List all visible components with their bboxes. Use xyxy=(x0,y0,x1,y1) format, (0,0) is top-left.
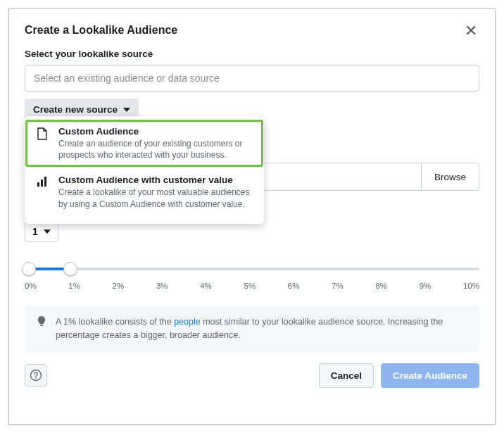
tick: 4% xyxy=(200,282,212,290)
tick: 0% xyxy=(25,282,37,290)
bar-chart-icon xyxy=(34,175,50,209)
slider-ticks: 0% 1% 2% 3% 4% 5% 6% 7% 8% 9% 10% xyxy=(25,282,479,290)
slider-thumb-min[interactable] xyxy=(22,262,36,276)
cancel-button[interactable]: Cancel xyxy=(319,363,374,388)
tick: 10% xyxy=(463,282,479,290)
tip-text: A 1% lookalike consists of the people mo… xyxy=(56,315,468,342)
create-new-source-label: Create new source xyxy=(33,104,118,115)
num-audiences-select[interactable]: 1 xyxy=(25,221,58,242)
tick: 5% xyxy=(244,282,256,290)
tick: 6% xyxy=(288,282,300,290)
document-icon xyxy=(34,126,50,161)
slider-thumb-max[interactable] xyxy=(63,262,77,276)
lookalike-dialog: Create a Lookalike Audience ✕ Select you… xyxy=(8,8,496,425)
menu-item-custom-audience-value[interactable]: Custom Audience with customer value Crea… xyxy=(25,168,264,216)
browse-button[interactable]: Browse xyxy=(421,163,479,190)
svg-point-5 xyxy=(35,377,37,379)
svg-rect-0 xyxy=(37,182,39,187)
tip-box: A 1% lookalike consists of the people mo… xyxy=(25,306,479,352)
create-audience-button[interactable]: Create Audience xyxy=(381,363,479,388)
caret-down-icon xyxy=(123,108,130,112)
svg-rect-2 xyxy=(44,177,46,187)
dialog-header: Create a Lookalike Audience ✕ xyxy=(25,22,479,39)
tip-people-link[interactable]: people xyxy=(174,317,201,327)
source-section-label: Select your lookalike source xyxy=(25,49,479,59)
audience-size-slider[interactable]: 0% 1% 2% 3% 4% 5% 6% 7% 8% 9% 10% xyxy=(25,261,479,296)
menu-item-title: Custom Audience xyxy=(58,126,254,137)
menu-item-custom-audience[interactable]: Custom Audience Create an audience of yo… xyxy=(25,119,264,168)
lightbulb-icon xyxy=(36,315,47,327)
tick: 7% xyxy=(332,282,344,290)
close-button[interactable]: ✕ xyxy=(462,22,479,39)
help-button[interactable] xyxy=(25,364,47,387)
tick: 2% xyxy=(113,282,125,290)
slider-track xyxy=(25,268,479,270)
close-icon: ✕ xyxy=(465,22,477,39)
create-source-dropdown: Custom Audience Create an audience of yo… xyxy=(25,116,264,224)
svg-point-4 xyxy=(31,370,42,381)
menu-item-desc: Create a lookalike of your most valuable… xyxy=(58,187,254,209)
menu-item-title: Custom Audience with customer value xyxy=(58,175,254,185)
tick: 8% xyxy=(375,282,387,290)
source-placeholder: Select an existing audience or data sour… xyxy=(34,73,220,84)
help-icon xyxy=(30,369,42,382)
browse-label: Browse xyxy=(434,172,466,182)
source-select-input[interactable]: Select an existing audience or data sour… xyxy=(25,65,479,92)
svg-rect-3 xyxy=(40,325,43,326)
dialog-footer: Cancel Create Audience xyxy=(25,363,479,388)
menu-item-desc: Create an audience of your existing cust… xyxy=(58,138,254,161)
tick: 9% xyxy=(420,282,431,290)
tick: 3% xyxy=(156,282,168,290)
num-audiences-value: 1 xyxy=(32,226,38,237)
tick: 1% xyxy=(68,282,80,290)
caret-down-icon xyxy=(44,230,51,234)
dialog-title: Create a Lookalike Audience xyxy=(25,24,177,37)
svg-rect-1 xyxy=(41,180,43,187)
